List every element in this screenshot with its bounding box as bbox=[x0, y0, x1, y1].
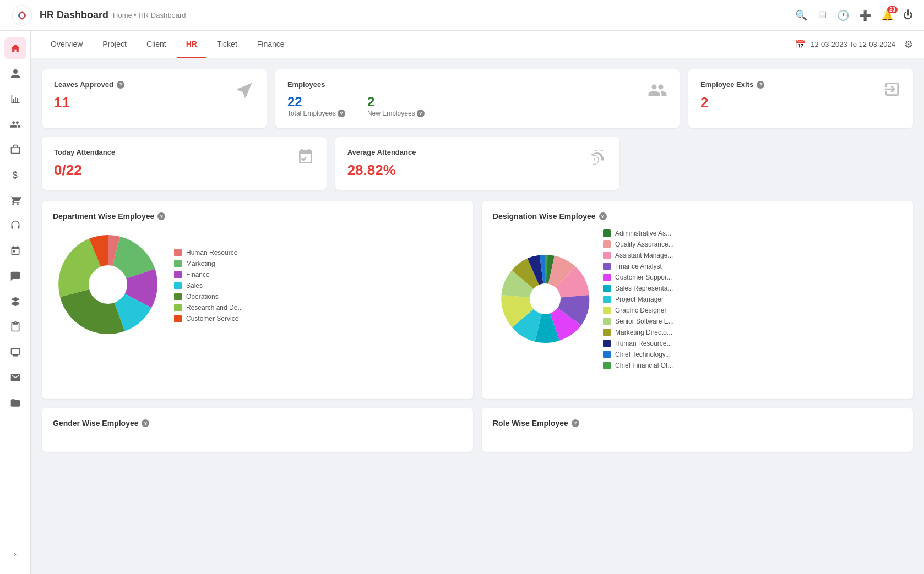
main-wrapper: Overview Project Client HR Ticket Financ… bbox=[31, 31, 924, 463]
gender-help-icon[interactable]: ? bbox=[142, 419, 149, 427]
sidebar-item-dollar[interactable] bbox=[4, 164, 26, 186]
dept-chart-title: Department Wise Employee ? bbox=[53, 212, 462, 221]
breadcrumb: Home • HR Dashboard bbox=[113, 11, 186, 19]
new-employees-help[interactable]: ? bbox=[417, 110, 425, 117]
desig-dot-4 bbox=[603, 274, 611, 281]
sidebar-item-chat[interactable] bbox=[4, 265, 26, 287]
average-attendance-card: Average Attendance 28.82% bbox=[335, 137, 620, 190]
desig-dot-9 bbox=[603, 329, 611, 336]
desig-legend-9: Marketing Directo... bbox=[603, 329, 674, 336]
display-icon[interactable]: 🖥 bbox=[817, 9, 827, 21]
attendance-icon bbox=[297, 148, 314, 170]
sidebar-item-file[interactable] bbox=[4, 392, 26, 414]
tab-project[interactable]: Project bbox=[94, 31, 135, 58]
legend-item-hr: Human Resource bbox=[174, 249, 243, 256]
sidebar-item-box[interactable] bbox=[4, 291, 26, 313]
legend-item-marketing: Marketing bbox=[174, 260, 243, 267]
sidebar-item-cart[interactable] bbox=[4, 189, 26, 211]
tab-hr[interactable]: HR bbox=[177, 31, 206, 58]
app-title: HR Dashboard bbox=[40, 9, 108, 21]
power-icon[interactable]: ⏻ bbox=[903, 9, 913, 21]
desig-legend-7: Graphic Designer bbox=[603, 307, 674, 314]
desig-legend-0: Administrative As... bbox=[603, 229, 674, 237]
dept-help-icon[interactable]: ? bbox=[157, 212, 165, 220]
legend-item-finance: Finance bbox=[174, 271, 243, 278]
today-attendance-title: Today Attendance bbox=[54, 148, 314, 156]
legend-item-rd: Research and De... bbox=[174, 304, 243, 311]
clock-icon[interactable]: 🕐 bbox=[837, 9, 849, 21]
tab-overview[interactable]: Overview bbox=[42, 31, 91, 58]
exits-help-icon[interactable]: ? bbox=[757, 81, 764, 89]
tab-client[interactable]: Client bbox=[138, 31, 175, 58]
gender-chart-card: Gender Wise Employee ? bbox=[42, 408, 473, 452]
legend-dot-finance bbox=[174, 271, 182, 278]
topbar: HR Dashboard Home • HR Dashboard 🔍 🖥 🕐 ➕… bbox=[0, 0, 924, 31]
svg-point-1 bbox=[20, 13, 24, 18]
role-help-icon[interactable]: ? bbox=[572, 419, 579, 427]
desig-dot-10 bbox=[603, 340, 611, 347]
exits-icon bbox=[883, 80, 901, 102]
leaves-help-icon[interactable]: ? bbox=[117, 81, 124, 89]
sidebar-item-mail[interactable] bbox=[4, 367, 26, 389]
sidebar-item-home[interactable] bbox=[4, 37, 26, 59]
desig-dot-8 bbox=[603, 318, 611, 325]
desig-help-icon[interactable]: ? bbox=[599, 212, 607, 220]
topbar-actions: 🔍 🖥 🕐 ➕ 🔔 23 ⏻ bbox=[795, 9, 913, 21]
legend-dot-sales bbox=[174, 282, 182, 289]
notification-badge: 23 bbox=[887, 6, 898, 13]
desig-legend-12: Chief Financial Of... bbox=[603, 362, 674, 369]
average-attendance-value: 28.82% bbox=[347, 162, 608, 179]
legend-dot-rd bbox=[174, 304, 182, 311]
bottom-row: Gender Wise Employee ? Role Wise Employe… bbox=[42, 408, 913, 452]
today-attendance-value: 0/22 bbox=[54, 162, 314, 179]
total-employees-label: Total Employees ? bbox=[287, 110, 345, 117]
app-logo bbox=[11, 4, 33, 26]
notification-icon[interactable]: 🔔 23 bbox=[881, 9, 893, 21]
tab-ticket[interactable]: Ticket bbox=[208, 31, 246, 58]
total-employees-value: 22 bbox=[287, 94, 345, 110]
sidebar-item-headset[interactable] bbox=[4, 215, 26, 237]
search-icon[interactable]: 🔍 bbox=[795, 9, 807, 21]
desig-dot-12 bbox=[603, 362, 611, 369]
employees-title: Employees bbox=[287, 80, 667, 89]
tab-finance[interactable]: Finance bbox=[248, 31, 293, 58]
stats-row-2: Today Attendance 0/22 Average Attendance… bbox=[42, 137, 913, 190]
employee-exits-title: Employee Exits ? bbox=[700, 80, 901, 89]
sidebar-item-briefcase[interactable] bbox=[4, 139, 26, 161]
calendar-icon: 📅 bbox=[795, 39, 806, 50]
sidebar-item-chart[interactable] bbox=[4, 88, 26, 110]
plus-icon[interactable]: ➕ bbox=[859, 9, 871, 21]
leaves-icon bbox=[235, 80, 254, 104]
desig-dot-6 bbox=[603, 296, 611, 303]
average-attendance-title: Average Attendance bbox=[347, 148, 608, 156]
sidebar-item-user[interactable] bbox=[4, 63, 26, 85]
employees-data-row: 22 Total Employees ? 2 New Employees ? bbox=[287, 94, 667, 117]
new-employees-label: New Employees ? bbox=[367, 110, 425, 117]
settings-icon[interactable]: ⚙ bbox=[904, 39, 913, 51]
desig-legend-5: Sales Representa... bbox=[603, 285, 674, 292]
desig-chart-body: Administrative As... Quality Assurance..… bbox=[493, 229, 902, 369]
total-employees-help[interactable]: ? bbox=[338, 110, 345, 117]
sidebar-item-group[interactable] bbox=[4, 113, 26, 135]
sidebar-item-calendar[interactable] bbox=[4, 240, 26, 262]
legend-item-sales: Sales bbox=[174, 282, 243, 289]
desig-pie-chart bbox=[493, 247, 597, 353]
today-attendance-card: Today Attendance 0/22 bbox=[42, 137, 327, 190]
desig-legend-4: Customer Suppor... bbox=[603, 274, 674, 281]
sidebar-item-clipboard[interactable] bbox=[4, 316, 26, 338]
date-range-text: 12-03-2023 To 12-03-2024 bbox=[811, 40, 895, 48]
desig-legend-11: Chief Technology... bbox=[603, 351, 674, 358]
employees-icon bbox=[648, 80, 667, 104]
content-area: Leaves Approved ? 11 Employees 22 bbox=[31, 58, 924, 463]
role-chart-title: Role Wise Employee ? bbox=[493, 419, 902, 428]
dept-chart-card: Department Wise Employee ? bbox=[42, 201, 473, 399]
stats-row-1: Leaves Approved ? 11 Employees 22 bbox=[42, 69, 913, 128]
fingerprint-icon bbox=[590, 148, 607, 170]
svg-point-3 bbox=[530, 283, 561, 314]
dept-legend: Human Resource Marketing Finance Sa bbox=[174, 249, 243, 322]
desig-legend-3: Finance Analyst bbox=[603, 263, 674, 270]
sidebar: › bbox=[0, 31, 31, 463]
svg-point-2 bbox=[89, 265, 127, 304]
leaves-value: 11 bbox=[54, 94, 254, 111]
sidebar-item-monitor[interactable] bbox=[4, 341, 26, 363]
